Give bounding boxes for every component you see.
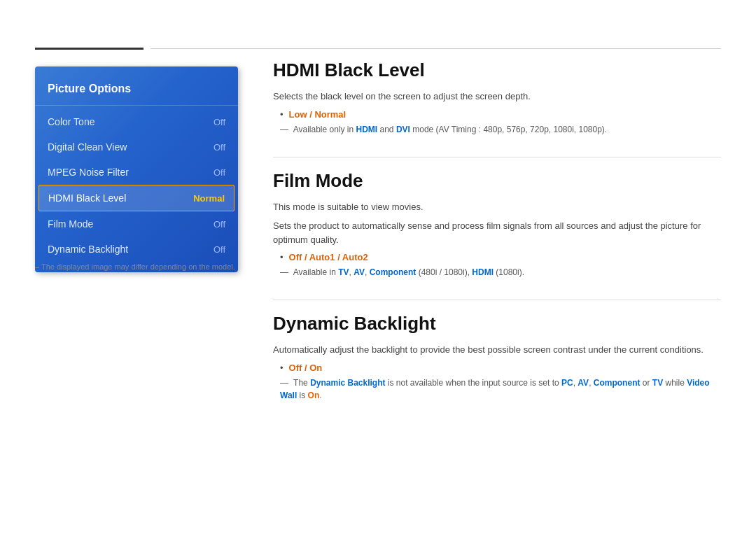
sidebar-note: The displayed image may differ depending… [35,262,235,271]
divider-2 [273,300,721,300]
film-mode-value: Off [214,219,225,230]
mpeg-noise-filter-value: Off [214,167,225,178]
sidebar-panel: Picture Options Color Tone Off Digital C… [35,66,238,272]
dynamic-backlight-value: Off [214,244,225,255]
dynamic-note-name: Dynamic Backlight [310,378,385,388]
bullet-dot-2: • [280,252,284,262]
hdmi-bullet-1: • Low / Normal [273,109,721,120]
film-note-component: Component [370,267,416,277]
mpeg-noise-filter-label: MPEG Noise Filter [48,167,129,178]
dynamic-note-av: AV [578,378,589,388]
hdmi-note-dvi: DVI [396,125,410,134]
dynamic-note-tv: TV [652,378,663,388]
sidebar-item-dynamic-backlight[interactable]: Dynamic Backlight Off [35,237,238,262]
top-line-light [150,48,721,49]
dynamic-bullet-1: • Off / On [273,363,721,373]
section-hdmi-black-level: HDMI Black Level Selects the black level… [273,59,721,136]
dynamic-note-1: — The Dynamic Backlight is not available… [273,377,721,402]
film-note-1: — Available in TV, AV, Component (480i /… [273,266,721,279]
hdmi-black-level-label: HDMI Black Level [48,192,126,204]
film-options: Off / Auto1 / Auto2 [289,252,368,262]
dynamic-backlight-title: Dynamic Backlight [273,313,721,335]
hdmi-note-1: — Available only in HDMI and DVI mode (A… [273,123,721,136]
dynamic-note-on: On [308,391,320,400]
dynamic-backlight-desc: Automatically adjust the backlight to pr… [273,343,721,357]
film-note-tv: TV [338,267,349,277]
top-decorative-lines [35,48,721,50]
divider-1 [273,157,721,157]
film-mode-title: Film Mode [273,170,721,192]
sidebar-title: Picture Options [35,77,238,106]
digital-clean-view-label: Digital Clean View [48,141,127,153]
color-tone-value: Off [214,117,225,127]
bullet-dot-3: • [280,363,284,373]
hdmi-black-level-value: Normal [193,193,225,204]
dynamic-backlight-label: Dynamic Backlight [48,244,128,255]
dynamic-note-pc: PC [561,378,573,388]
hdmi-black-level-desc: Selects the black level on the screen to… [273,90,721,104]
dynamic-note-component: Component [594,378,640,388]
sidebar-item-hdmi-black-level[interactable]: HDMI Black Level Normal [38,185,234,211]
film-mode-desc1: This mode is suitable to view movies. [273,200,721,214]
section-film-mode: Film Mode This mode is suitable to view … [273,170,721,279]
top-line-dark [35,48,144,50]
film-bullet-1: • Off / Auto1 / Auto2 [273,252,721,262]
dynamic-options: Off / On [289,363,323,373]
color-tone-label: Color Tone [48,116,94,127]
main-content: HDMI Black Level Selects the black level… [273,59,721,423]
hdmi-black-level-title: HDMI Black Level [273,59,721,81]
film-note-hdmi: HDMI [472,267,493,277]
sidebar-item-mpeg-noise-filter[interactable]: MPEG Noise Filter Off [35,160,238,185]
digital-clean-view-value: Off [214,142,225,153]
sidebar-item-digital-clean-view[interactable]: Digital Clean View Off [35,134,238,160]
bullet-dot-1: • [280,109,284,120]
film-mode-desc2: Sets the product to automatically sense … [273,219,721,246]
sidebar-item-color-tone[interactable]: Color Tone Off [35,109,238,134]
hdmi-note-hdmi: HDMI [356,125,378,134]
sidebar-item-film-mode[interactable]: Film Mode Off [35,211,238,237]
film-mode-label: Film Mode [48,218,93,230]
film-note-av: AV [354,267,365,277]
section-dynamic-backlight: Dynamic Backlight Automatically adjust t… [273,313,721,402]
hdmi-options: Low / Normal [289,109,346,120]
